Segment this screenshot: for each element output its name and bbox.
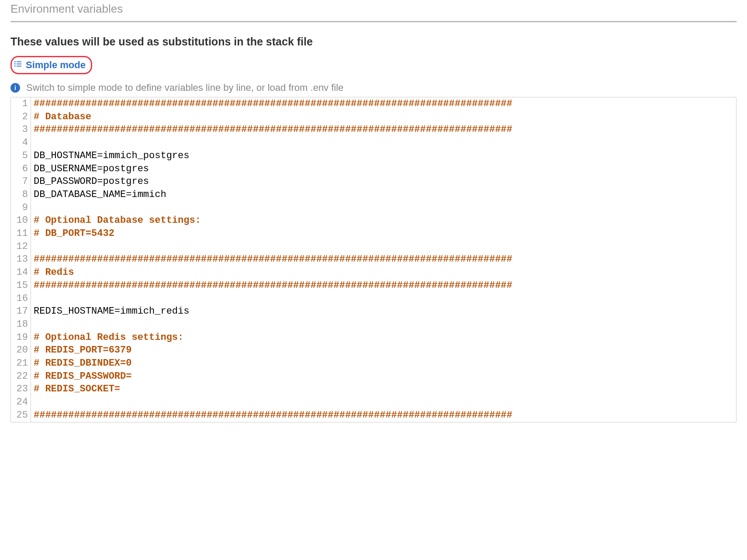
editor-line[interactable]: 4 — [11, 136, 736, 149]
info-icon: i — [10, 83, 20, 93]
line-number: 22 — [11, 370, 31, 383]
code-content[interactable]: # REDIS_PASSWORD= — [31, 370, 131, 383]
line-number: 13 — [11, 253, 31, 266]
editor-line[interactable]: 18 — [11, 318, 736, 331]
editor-line[interactable]: 11# DB_PORT=5432 — [11, 227, 736, 240]
svg-rect-0 — [14, 61, 16, 62]
editor-line[interactable]: 19# Optional Redis settings: — [11, 331, 736, 344]
editor-line[interactable]: 12 — [11, 240, 736, 253]
code-content[interactable]: ########################################… — [31, 279, 512, 292]
line-number: 6 — [11, 162, 31, 176]
code-content[interactable]: # DB_PORT=5432 — [31, 227, 114, 240]
line-number: 16 — [11, 292, 31, 305]
line-number: 9 — [11, 201, 31, 214]
line-number: 11 — [11, 227, 31, 240]
code-content[interactable]: ########################################… — [31, 253, 512, 266]
info-text: Switch to simple mode to define variable… — [26, 82, 343, 93]
editor-line[interactable]: 16 — [11, 292, 736, 305]
editor-line[interactable]: 9 — [11, 201, 736, 214]
code-content[interactable]: # REDIS_SOCKET= — [31, 383, 120, 396]
code-content[interactable] — [31, 136, 34, 149]
simple-mode-toggle[interactable]: Simple mode — [10, 56, 92, 74]
svg-rect-1 — [17, 62, 21, 62]
line-number: 24 — [11, 396, 31, 409]
editor-line[interactable]: 8DB_DATABASE_NAME=immich — [11, 188, 736, 201]
editor-line[interactable]: 7DB_PASSWORD=postgres — [11, 175, 736, 188]
editor-line[interactable]: 20# REDIS_PORT=6379 — [11, 344, 736, 357]
code-content[interactable]: ########################################… — [31, 409, 512, 422]
info-row: i Switch to simple mode to define variab… — [10, 82, 737, 93]
svg-rect-3 — [17, 64, 21, 65]
code-content[interactable]: DB_USERNAME=postgres — [31, 162, 149, 176]
line-number: 3 — [11, 123, 31, 136]
line-number: 8 — [11, 188, 31, 201]
code-content[interactable]: # Optional Redis settings: — [31, 331, 183, 344]
svg-rect-4 — [14, 66, 16, 67]
editor-line[interactable]: 2# Database — [11, 111, 736, 124]
editor-line[interactable]: 5DB_HOSTNAME=immich_postgres — [11, 149, 736, 162]
editor-line[interactable]: 25######################################… — [11, 409, 736, 422]
svg-rect-2 — [14, 63, 16, 65]
line-number: 15 — [11, 279, 31, 292]
editor-line[interactable]: 15######################################… — [11, 279, 736, 292]
editor-line[interactable]: 22# REDIS_PASSWORD= — [11, 370, 736, 383]
line-number: 7 — [11, 175, 31, 188]
code-content[interactable]: DB_PASSWORD=postgres — [31, 175, 149, 188]
editor-line[interactable]: 23# REDIS_SOCKET= — [11, 383, 736, 396]
line-number: 2 — [11, 111, 31, 124]
svg-rect-5 — [17, 66, 21, 67]
code-content[interactable]: # Database — [31, 111, 91, 124]
code-content[interactable]: REDIS_HOSTNAME=immich_redis — [31, 305, 189, 318]
line-number: 12 — [11, 240, 31, 253]
code-content[interactable] — [31, 240, 34, 253]
editor-line[interactable]: 17REDIS_HOSTNAME=immich_redis — [11, 305, 736, 318]
code-content[interactable] — [31, 318, 34, 331]
code-content[interactable]: # REDIS_DBINDEX=0 — [31, 357, 131, 370]
editor-line[interactable]: 14# Redis — [11, 266, 736, 279]
line-number: 18 — [11, 318, 31, 331]
line-number: 14 — [11, 266, 31, 279]
code-content[interactable]: DB_DATABASE_NAME=immich — [31, 188, 166, 201]
line-number: 5 — [11, 149, 31, 162]
line-number: 20 — [11, 344, 31, 357]
editor-line[interactable]: 3#######################################… — [11, 123, 736, 136]
list-icon — [14, 59, 22, 71]
description-text: These values will be used as substitutio… — [10, 35, 737, 48]
code-content[interactable]: ########################################… — [31, 97, 512, 111]
code-content[interactable]: ########################################… — [31, 123, 512, 136]
editor-line[interactable]: 6DB_USERNAME=postgres — [11, 162, 736, 176]
line-number: 17 — [11, 305, 31, 318]
line-number: 21 — [11, 357, 31, 370]
code-content[interactable]: DB_HOSTNAME=immich_postgres — [31, 149, 189, 162]
line-number: 23 — [11, 383, 31, 396]
line-number: 19 — [11, 331, 31, 344]
editor-line[interactable]: 13######################################… — [11, 253, 736, 266]
code-content[interactable] — [31, 201, 34, 214]
code-content[interactable]: # REDIS_PORT=6379 — [31, 344, 131, 357]
editor-line[interactable]: 10# Optional Database settings: — [11, 214, 736, 227]
line-number: 25 — [11, 409, 31, 422]
env-editor[interactable]: 1#######################################… — [10, 97, 737, 422]
section-header: Environment variables — [10, 0, 737, 22]
mode-toggle-label: Simple mode — [26, 59, 86, 71]
editor-line[interactable]: 21# REDIS_DBINDEX=0 — [11, 357, 736, 370]
line-number: 10 — [11, 214, 31, 227]
code-content[interactable]: # Redis — [31, 266, 74, 279]
line-number: 4 — [11, 136, 31, 149]
code-content[interactable] — [31, 292, 34, 305]
code-content[interactable]: # Optional Database settings: — [31, 214, 201, 227]
code-content[interactable] — [31, 396, 34, 409]
editor-line[interactable]: 1#######################################… — [11, 97, 736, 111]
line-number: 1 — [11, 97, 31, 111]
editor-line[interactable]: 24 — [11, 396, 736, 409]
